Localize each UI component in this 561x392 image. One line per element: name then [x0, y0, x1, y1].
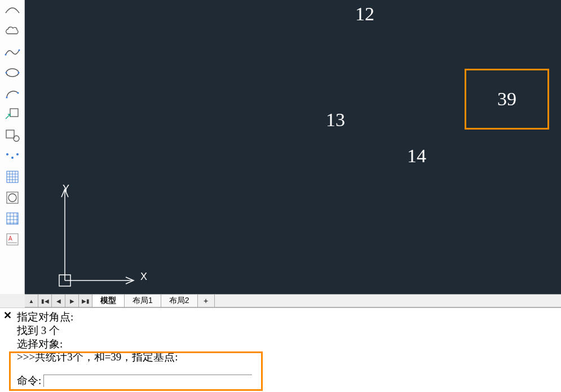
canvas-text-12[interactable]: 12: [355, 3, 374, 25]
tab-layout1[interactable]: 布局1: [125, 295, 161, 307]
hatch-icon[interactable]: [3, 168, 21, 186]
svg-text:A: A: [8, 235, 12, 242]
tab-nav-next[interactable]: ▶: [65, 295, 79, 307]
axis-x-label: X: [140, 271, 147, 283]
canvas-text-14[interactable]: 14: [407, 145, 426, 167]
tab-nav-up[interactable]: ▲: [25, 295, 38, 307]
history-line: >>>共统计3个，和=39，指定基点:: [17, 350, 561, 364]
command-input[interactable]: [43, 375, 252, 387]
tab-add-button[interactable]: +: [198, 295, 215, 307]
svg-point-15: [8, 194, 16, 202]
svg-rect-16: [7, 213, 18, 224]
axis-y-label: Y: [63, 183, 69, 195]
table-icon[interactable]: [3, 210, 21, 228]
drawing-canvas[interactable]: 12 13 14 39 Y X: [25, 0, 561, 294]
cloud-icon[interactable]: [3, 22, 21, 40]
tab-nav-last[interactable]: ▶▮: [79, 295, 92, 307]
result-value: 39: [497, 88, 516, 110]
point-icon[interactable]: [3, 147, 21, 165]
history-line: 指定对角点:: [17, 310, 561, 324]
command-history: 指定对角点: 找到 3 个 选择对象: >>>共统计3个，和=39，指定基点:: [0, 308, 561, 364]
history-line: 选择对象:: [17, 337, 561, 351]
tab-layout2[interactable]: 布局2: [161, 295, 198, 307]
command-prompt-label: 命令:: [17, 373, 41, 388]
close-icon[interactable]: ✕: [3, 309, 12, 322]
result-box: 39: [465, 69, 549, 130]
arc-icon[interactable]: [3, 84, 21, 103]
insert-block-icon[interactable]: [3, 105, 21, 123]
svg-point-11: [11, 157, 14, 159]
svg-point-5: [6, 97, 7, 99]
svg-point-0: [5, 54, 6, 56]
svg-point-12: [16, 153, 19, 155]
canvas-text-13[interactable]: 13: [326, 109, 345, 131]
tab-nav-prev[interactable]: ◀: [52, 295, 65, 307]
mtext-icon[interactable]: A: [3, 230, 21, 248]
svg-point-10: [6, 153, 8, 155]
svg-point-4: [17, 72, 19, 74]
svg-point-9: [14, 136, 19, 141]
svg-point-6: [17, 92, 19, 94]
left-toolbar: A: [0, 0, 25, 294]
layout-tab-strip: ▲ ▮◀ ◀ ▶ ▶▮ 模型 布局1 布局2 +: [25, 294, 561, 308]
circle-boundary-icon[interactable]: [3, 189, 21, 207]
history-line: 找到 3 个: [17, 324, 561, 337]
command-panel: ✕ 指定对角点: 找到 3 个 选择对象: >>>共统计3个，和=39，指定基点…: [0, 308, 561, 392]
spline-icon[interactable]: [3, 43, 21, 61]
tab-nav-first[interactable]: ▮◀: [38, 295, 52, 307]
ellipse-icon[interactable]: [3, 64, 21, 82]
tab-model[interactable]: 模型: [92, 295, 125, 307]
ellipse-top-edge-icon[interactable]: [3, 1, 21, 19]
make-block-icon[interactable]: [3, 126, 21, 144]
svg-rect-7: [10, 109, 18, 117]
svg-point-2: [6, 69, 19, 77]
svg-rect-8: [6, 130, 14, 138]
svg-point-3: [5, 72, 7, 74]
svg-point-1: [18, 50, 20, 51]
